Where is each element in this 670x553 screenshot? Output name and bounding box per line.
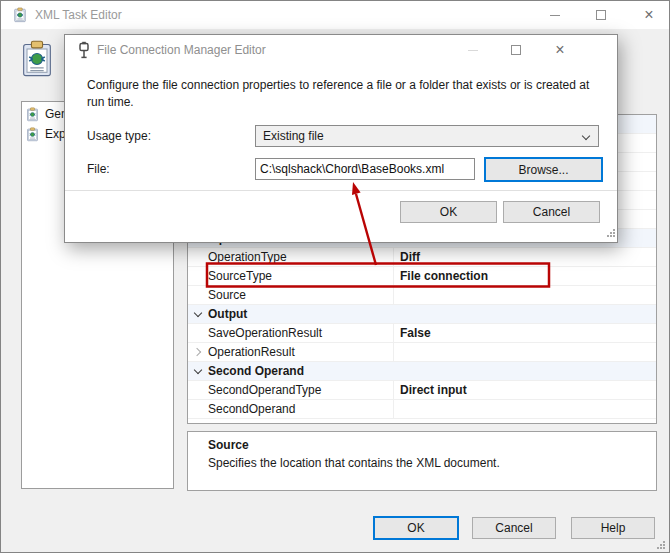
file-path-input[interactable] xyxy=(255,158,475,180)
grid-property-row[interactable]: SecondOperandTypeDirect input xyxy=(188,381,656,400)
property-name: SaveOperationResult xyxy=(208,324,394,342)
grid-indent xyxy=(188,400,208,418)
dialog-title: File Connection Manager Editor xyxy=(97,35,266,65)
ok-button[interactable]: OK xyxy=(373,516,459,540)
chevron-down-icon xyxy=(582,132,590,140)
usage-type-dropdown[interactable]: Existing file xyxy=(255,125,599,147)
chevron-down-icon[interactable] xyxy=(188,305,208,323)
dialog-minimize-button[interactable] xyxy=(455,35,491,65)
grid-category-row[interactable]: Second Operand xyxy=(188,362,656,381)
cancel-button[interactable]: Cancel xyxy=(472,517,556,539)
category-name: Second Operand xyxy=(208,362,628,380)
browse-button[interactable]: Browse... xyxy=(484,157,603,182)
minimize-icon xyxy=(550,15,560,16)
property-name: SourceType xyxy=(208,267,394,285)
grid-property-row[interactable]: Source xyxy=(188,286,656,305)
property-name: OperationType xyxy=(208,248,394,266)
maximize-icon xyxy=(596,10,606,20)
usage-type-label: Usage type: xyxy=(87,125,151,147)
property-value: False xyxy=(394,326,656,340)
maximize-icon xyxy=(511,45,521,55)
xml-task-clipboard-icon xyxy=(12,7,28,23)
xml-task-clipboard-icon-large xyxy=(19,39,55,79)
dialog-maximize-button[interactable] xyxy=(498,35,534,65)
close-icon: × xyxy=(555,42,564,58)
minimize-icon xyxy=(468,50,478,51)
chevron-right-icon[interactable] xyxy=(188,343,208,361)
grid-indent xyxy=(188,248,208,266)
window-resize-grip[interactable] xyxy=(657,547,659,549)
close-button[interactable]: × xyxy=(629,1,669,29)
file-label: File: xyxy=(87,158,110,180)
property-value: File connection xyxy=(394,269,656,283)
xml-task-clipboard-icon xyxy=(25,127,40,142)
dialog-instruction-text: Configure the file connection properties… xyxy=(87,77,603,111)
window-title: XML Task Editor xyxy=(35,1,122,29)
usage-type-value: Existing file xyxy=(263,129,324,143)
minimize-button[interactable] xyxy=(535,1,575,29)
close-icon: × xyxy=(644,7,653,23)
property-description-panel: Source Specifies the location that conta… xyxy=(187,431,657,491)
dialog-ok-button[interactable]: OK xyxy=(400,201,497,223)
chevron-down-icon[interactable] xyxy=(188,362,208,380)
connection-plug-icon xyxy=(77,41,91,59)
maximize-button[interactable] xyxy=(581,1,621,29)
grid-category-row[interactable]: Output xyxy=(188,305,656,324)
dialog-cancel-button[interactable]: Cancel xyxy=(503,201,600,223)
grid-property-row[interactable]: SaveOperationResultFalse xyxy=(188,324,656,343)
dialog-separator xyxy=(65,190,617,191)
xml-task-editor-window: XML Task Editor × General Expressions xyxy=(0,0,670,553)
grid-indent xyxy=(188,267,208,285)
dialog-resize-grip[interactable] xyxy=(607,235,609,237)
property-name: SecondOperand xyxy=(208,400,394,418)
grid-property-row[interactable]: OperationTypeDiff xyxy=(188,248,656,267)
description-text: Specifies the location that contains the… xyxy=(208,456,646,470)
grid-indent xyxy=(188,381,208,399)
description-title: Source xyxy=(208,438,646,452)
property-name: OperationResult xyxy=(208,343,394,361)
property-value: Diff xyxy=(394,250,656,264)
grid-property-row[interactable]: SecondOperand xyxy=(188,400,656,419)
xml-task-clipboard-icon xyxy=(25,107,40,122)
window-titlebar: XML Task Editor × xyxy=(1,1,669,29)
help-button[interactable]: Help xyxy=(571,517,655,539)
property-name: SecondOperandType xyxy=(208,381,394,399)
file-connection-manager-dialog: File Connection Manager Editor × Configu… xyxy=(64,34,618,243)
grid-indent xyxy=(188,286,208,304)
grid-property-row[interactable]: OperationResult xyxy=(188,343,656,362)
property-name: Source xyxy=(208,286,394,304)
category-name: Output xyxy=(208,305,628,323)
grid-indent xyxy=(188,324,208,342)
dialog-close-button[interactable]: × xyxy=(542,35,578,65)
grid-property-row[interactable]: SourceTypeFile connection xyxy=(188,267,656,286)
property-value: Direct input xyxy=(394,383,656,397)
